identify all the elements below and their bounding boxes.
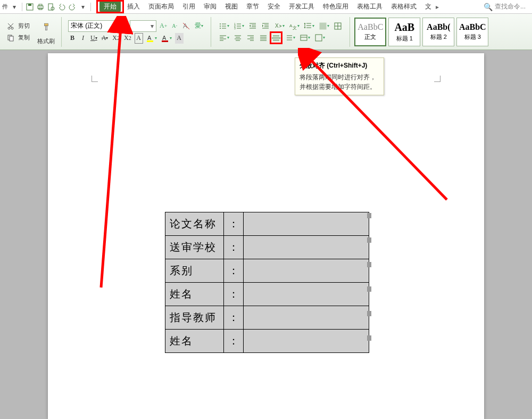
increase-indent-button[interactable] [260,21,271,31]
align-left-button[interactable]: ▾ [218,32,230,43]
text-direction-button[interactable]: A文▾ [288,21,301,31]
superscript-button[interactable]: X2 [111,33,121,44]
tab-sections[interactable]: 章节 [242,1,263,13]
chevron-down-icon[interactable]: ▾ [120,22,127,30]
clear-format-button[interactable]: A [181,21,192,31]
cell-value[interactable] [244,259,369,283]
subscript-button[interactable]: X2 [123,33,132,44]
cell-label[interactable]: 指导教师 [165,306,224,330]
font-name-input[interactable] [69,21,120,31]
cell-label[interactable]: 论文名称 [165,212,224,236]
style-heading3[interactable]: AaBbC 标题 3 [456,18,488,46]
bullets-button[interactable]: ▾ [218,21,230,31]
table-row[interactable]: 指导教师 ： [165,306,369,330]
paragraph-spacing-button[interactable]: ▾ [284,32,296,43]
cell-value[interactable] [244,212,369,236]
print-preview-icon[interactable] [47,3,55,11]
tab-insert[interactable]: 插入 [123,1,144,13]
shading-button[interactable]: ▾ [318,21,330,31]
command-search[interactable]: 🔍 查找命令... [484,2,530,11]
grow-font-button[interactable]: A+ [159,21,168,31]
char-border-button[interactable]: A [135,33,143,44]
copy-button[interactable] [5,32,16,43]
font-size-input[interactable] [130,21,148,31]
line-spacing-button[interactable]: ▾ [303,21,315,31]
font-color-button[interactable]: A▾ [160,33,173,44]
tab-developer[interactable]: 开发工具 [285,1,319,13]
tab-text-truncated[interactable]: 文 [421,1,436,13]
shrink-font-button[interactable]: A- [170,21,179,31]
cell-colon[interactable]: ： [224,283,244,306]
undo-icon[interactable] [57,3,66,11]
chevron-down-icon[interactable]: ▾ [10,3,19,11]
tab-view[interactable]: 视图 [221,1,242,13]
tab-review[interactable]: 审阅 [200,1,221,13]
tab-start[interactable]: 开始 [99,1,121,12]
print-icon[interactable] [36,3,45,11]
decrease-indent-button[interactable] [247,21,258,31]
bold-button[interactable]: B [68,33,77,44]
cell-colon[interactable]: ： [224,236,244,259]
strikethrough-button[interactable]: A▾ [101,33,110,44]
char-shading-button[interactable]: A [175,33,184,44]
tabs-dialog-button[interactable]: ▾ [298,32,311,43]
tab-table-tools[interactable]: 表格工具 [353,1,387,13]
table-row[interactable]: 论文名称 ： [165,212,369,236]
align-center-button[interactable] [232,32,243,43]
align-justify-button[interactable] [258,32,269,43]
style-heading1[interactable]: AaB 标题 1 [388,18,420,46]
cell-colon[interactable]: ： [224,306,244,330]
cell-label[interactable]: 系别 [165,259,224,283]
redo-icon[interactable] [68,3,77,11]
cell-value[interactable] [244,330,369,353]
chevron-down-icon[interactable]: ▸ [436,3,439,11]
align-right-button[interactable] [245,32,256,43]
form-table[interactable]: 论文名称 ： 送审学校 ： 系别 ： 姓名 ： 指导教师 ： [165,212,369,353]
cell-value[interactable] [244,283,369,306]
copy-label: 复制 [18,34,30,42]
table-row[interactable]: 送审学校 ： [165,236,369,259]
cell-value[interactable] [244,306,369,330]
table-row[interactable]: 系别 ： [165,259,369,283]
chevron-down-icon[interactable]: ▾ [79,3,87,11]
tab-references[interactable]: 引用 [178,1,200,13]
font-name-combo[interactable]: ▾ [68,20,128,32]
borders-button[interactable] [332,21,343,31]
tab-security[interactable]: 安全 [263,1,285,13]
numbering-button[interactable]: 123▾ [232,21,245,31]
tab-page-layout[interactable]: 页面布局 [144,1,178,13]
tab-table-style[interactable]: 表格样式 [387,1,421,13]
file-menu-fragment[interactable]: 件 [2,3,8,11]
italic-button[interactable]: I [79,33,87,44]
highlight-button[interactable]: A▾ [145,33,158,44]
divider [211,17,211,47]
cell-label[interactable]: 姓名 [165,283,224,306]
phonetic-guide-button[interactable]: 愛▾ [194,21,204,31]
style-heading2[interactable]: AaBb( 标题 2 [422,18,454,46]
cell-colon[interactable]: ： [224,259,244,283]
style-normal[interactable]: AaBbC 正文 [354,18,386,46]
svg-rect-12 [10,36,13,41]
font-size-combo[interactable]: ▾ [130,20,156,32]
separator [22,3,22,11]
tab-special[interactable]: 特色应用 [319,1,353,13]
chevron-down-icon[interactable]: ▾ [148,22,156,30]
cell-label[interactable]: 送审学校 [165,236,224,259]
cell-colon[interactable]: ： [224,330,244,353]
svg-rect-14 [45,26,47,30]
cell-value[interactable] [244,236,369,259]
table-row[interactable]: 姓名 ： [165,330,369,353]
align-distributed-button[interactable] [271,32,281,43]
document-canvas[interactable]: 分散对齐 (Ctrl+Shift+J) 将段落两端同时进行对齐，并根据需要增加字… [0,50,532,419]
cut-button[interactable] [5,21,16,31]
show-marks-button[interactable]: ▾ [313,32,326,43]
divider [350,17,350,47]
save-icon[interactable] [26,3,34,11]
format-painter-button[interactable] [41,18,52,36]
document-page[interactable]: 分散对齐 (Ctrl+Shift+J) 将段落两端同时进行对齐，并根据需要增加字… [48,53,484,419]
table-row[interactable]: 姓名 ： [165,283,369,306]
underline-button[interactable]: U▾ [89,33,98,44]
cell-label[interactable]: 姓名 [165,330,224,353]
cell-colon[interactable]: ： [224,212,244,236]
tab-char-button[interactable]: X▾ [273,21,286,31]
